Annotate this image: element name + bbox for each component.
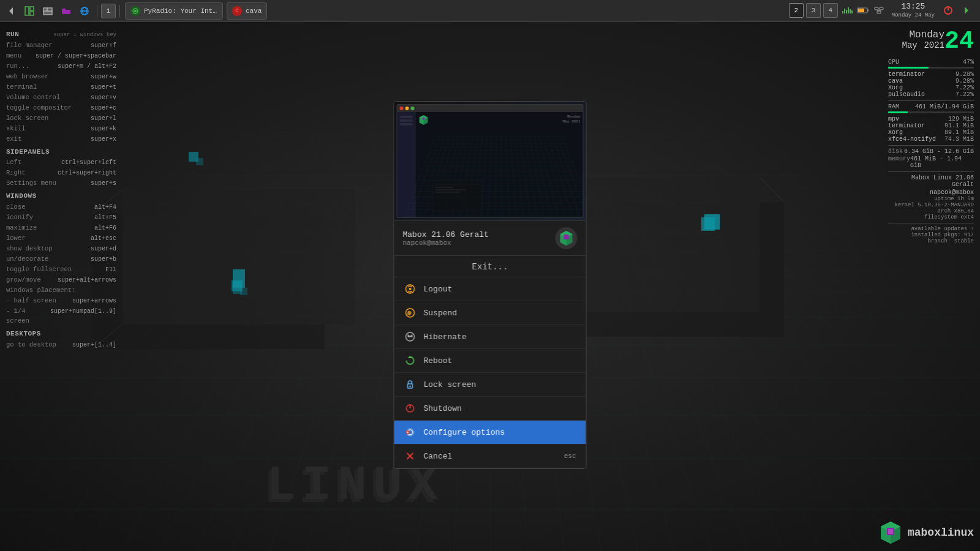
divider-4 bbox=[888, 223, 974, 223]
network-tray-icon[interactable] bbox=[872, 4, 886, 17]
cheatsheet-panel: RUN super = windows key file managersupe… bbox=[0, 24, 123, 551]
windows-title: WINDOWS bbox=[6, 191, 116, 202]
arrow-left-icon[interactable] bbox=[2, 2, 20, 20]
logout-icon bbox=[404, 283, 417, 295]
preview-topbar bbox=[398, 105, 583, 112]
process-row: xfce4-notifyd74.3 MiB bbox=[888, 136, 974, 143]
minimize-dot bbox=[405, 107, 409, 110]
clock-date: Monday 24 May bbox=[892, 12, 935, 20]
reboot-item[interactable]: Reboot bbox=[394, 349, 586, 373]
svg-rect-22 bbox=[30, 12, 34, 15]
svg-marker-19 bbox=[9, 7, 13, 15]
pyradio-app[interactable]: PyRadio: Your Internet Radio ... bbox=[125, 2, 223, 20]
preview-date: MondayMay 2021 bbox=[563, 114, 581, 124]
lock-screen-item[interactable]: Lock screen bbox=[394, 373, 586, 397]
ram-label: RAM bbox=[888, 103, 899, 110]
process-row: Xorg7.22% bbox=[888, 84, 974, 91]
popup-username: Mabox 21.06 Geralt bbox=[403, 230, 489, 239]
svg-rect-24 bbox=[43, 11, 52, 15]
folder-icon[interactable] bbox=[58, 2, 75, 20]
reboot-icon bbox=[404, 354, 417, 367]
arch-info: arch x86_64 bbox=[888, 208, 974, 214]
hibernate-item[interactable]: Hibernate bbox=[394, 325, 586, 349]
svg-rect-8 bbox=[582, 178, 760, 312]
tiling-icon[interactable] bbox=[21, 2, 38, 20]
svg-point-74 bbox=[409, 386, 410, 387]
svg-rect-20 bbox=[25, 7, 29, 15]
ram-process-list: mpv129 MiB terminator91.1 MiB Xorg89.1 M… bbox=[888, 116, 974, 143]
svg-rect-36 bbox=[848, 7, 849, 13]
workspace-4[interactable]: 4 bbox=[823, 3, 838, 18]
cpu-percent: 47% bbox=[963, 59, 974, 66]
process-row: terminator91.1 MiB bbox=[888, 122, 974, 129]
date-display: 24 Monday May 2021 bbox=[888, 29, 974, 54]
workspace-2[interactable]: 2 bbox=[789, 3, 804, 18]
configure-icon bbox=[404, 426, 417, 438]
battery-tray-icon[interactable] bbox=[856, 4, 870, 17]
power-button[interactable] bbox=[941, 3, 956, 18]
logout-label: Logout bbox=[424, 285, 576, 294]
cpu-bar-fill bbox=[888, 67, 929, 69]
uptime-info: uptime 1h 5m bbox=[888, 196, 974, 202]
cpu-tray-icon[interactable] bbox=[840, 4, 854, 17]
svg-rect-43 bbox=[880, 7, 883, 10]
workspace-1[interactable]: 1 bbox=[101, 4, 116, 18]
exit-popup: MondayMay 2021 Mabox 21.06 Geralt nap bbox=[394, 101, 587, 469]
popup-preview-inner: MondayMay 2021 bbox=[397, 104, 584, 218]
preview-cube-logo bbox=[418, 114, 429, 126]
svg-rect-27 bbox=[62, 10, 70, 14]
cava-app[interactable]: c cava bbox=[227, 2, 267, 20]
configure-label: Configure options bbox=[424, 428, 576, 437]
files-icon[interactable] bbox=[39, 2, 56, 20]
cpu-process-list: terminator9.28% cava9.28% Xorg7.22% puls… bbox=[888, 71, 974, 98]
lock-screen-icon bbox=[404, 378, 417, 391]
svg-rect-41 bbox=[858, 9, 864, 12]
process-row: terminator9.28% bbox=[888, 71, 974, 78]
separator-2 bbox=[119, 5, 120, 17]
popup-brand-logo bbox=[558, 230, 575, 247]
svg-rect-16 bbox=[701, 217, 715, 231]
cancel-shortcut: esc bbox=[564, 452, 576, 460]
divider-2 bbox=[888, 145, 974, 146]
clock-time: 13:25 bbox=[892, 2, 935, 12]
pyradio-icon bbox=[130, 6, 140, 16]
taskbar-left: 1 PyRadio: Your Internet Radio ... c cav… bbox=[0, 2, 271, 20]
cpu-label: CPU bbox=[888, 59, 899, 66]
svg-line-7 bbox=[760, 178, 784, 202]
arrow-right-icon[interactable] bbox=[958, 2, 975, 19]
disk-info: disk 6.34 GiB - 12.6 GiB bbox=[888, 148, 974, 155]
ram-stats: RAM 461 MiB/1.94 GiB bbox=[888, 103, 974, 113]
date-day-number: 24 bbox=[944, 29, 974, 54]
svg-marker-49 bbox=[965, 7, 968, 14]
popup-user-info: Mabox 21.06 Geralt napcok@mabox bbox=[403, 230, 489, 247]
ram-bar-fill bbox=[888, 111, 908, 113]
memory-info: memory 461 MiB - 1.94 GiB bbox=[888, 156, 974, 169]
workspace-3[interactable]: 3 bbox=[806, 3, 821, 18]
divider-3 bbox=[888, 171, 974, 172]
sidepanels-title: SIDEPANELS bbox=[6, 147, 116, 158]
configure-item[interactable]: Configure options bbox=[394, 421, 586, 444]
svg-rect-4 bbox=[123, 190, 355, 324]
close-dot bbox=[400, 107, 404, 110]
run-subtitle: super = windows key bbox=[53, 31, 116, 39]
suspend-label: Suspend bbox=[424, 309, 576, 318]
date-month: May bbox=[902, 40, 918, 50]
globe-icon[interactable] bbox=[76, 2, 93, 20]
svg-point-66 bbox=[409, 288, 412, 290]
preview-grid bbox=[403, 137, 583, 217]
brand-name: maboxlinux bbox=[908, 527, 974, 539]
svg-rect-42 bbox=[875, 7, 878, 10]
separator-1 bbox=[97, 5, 97, 17]
svg-rect-57 bbox=[435, 187, 454, 188]
hibernate-icon bbox=[404, 331, 417, 343]
suspend-item[interactable]: Suspend bbox=[394, 301, 586, 325]
half-screen-label: - half screen bbox=[6, 296, 56, 306]
process-row: cava9.28% bbox=[888, 78, 974, 84]
shutdown-icon bbox=[404, 402, 417, 414]
logout-item[interactable]: Logout bbox=[394, 277, 586, 301]
svg-rect-33 bbox=[842, 11, 843, 13]
cancel-item[interactable]: Cancel esc bbox=[394, 444, 586, 468]
svg-rect-88 bbox=[888, 529, 893, 534]
shutdown-item[interactable]: Shutdown bbox=[394, 397, 586, 421]
desktops-title: DESKTOPS bbox=[6, 329, 116, 340]
